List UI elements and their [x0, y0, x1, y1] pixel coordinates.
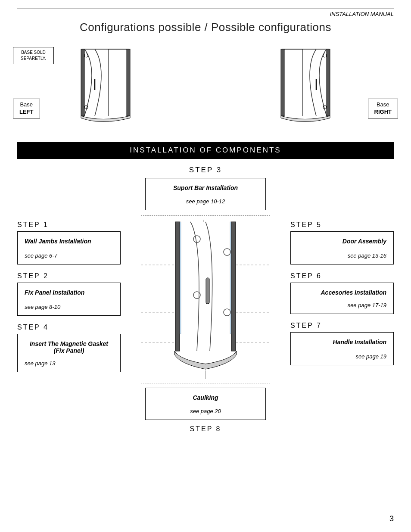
svg-point-24 — [224, 249, 230, 255]
svg-rect-2 — [127, 49, 130, 116]
base-right-box: Base RIGHT — [368, 99, 398, 118]
step4-ref: see page 13 — [25, 360, 113, 367]
installation-banner: INSTALLATION OF COMPONENTS — [17, 142, 394, 159]
right-column: STEP 5 Door Assembly see page 13-16 STEP… — [290, 178, 394, 433]
step2-title: Fix Panel Installation — [25, 289, 113, 296]
svg-rect-19 — [230, 222, 231, 334]
base-left-box: Base LEFT — [13, 99, 40, 118]
base-sold-box: BASE SOLD SEPARETLY. — [13, 47, 54, 64]
configurations-section: BASE SOLD SEPARETLY. Base LEFT — [17, 43, 394, 133]
step7-ref: see page 19 — [298, 353, 386, 360]
svg-rect-10 — [327, 49, 330, 116]
steps-columns: STEP 1 Wall Jambs Installation see page … — [17, 178, 394, 433]
step5-title: Door Assembly — [298, 238, 386, 245]
header-row: INSTALLATION MANUAL — [17, 11, 394, 17]
svg-point-7 — [84, 106, 88, 109]
page-title: Configurations possible / Possible confi… — [17, 21, 394, 34]
dashed-divider-1 — [141, 215, 270, 216]
step2-label: STEP 2 — [17, 272, 121, 280]
steps-section: STEP 3 STEP 1 Wall Jambs Installation se… — [17, 166, 394, 433]
step1-box: Wall Jambs Installation see page 6-7 — [17, 231, 121, 264]
step6-box: Accesories Installation see page 17-19 — [290, 283, 394, 314]
svg-point-14 — [323, 54, 327, 57]
svg-rect-9 — [281, 49, 284, 116]
step7-box: Handle Installation see page 19 — [290, 332, 394, 365]
step1-label: STEP 1 — [17, 221, 121, 229]
step3-label: STEP 3 — [17, 166, 394, 174]
svg-point-15 — [323, 106, 327, 109]
step6-title: Accesories Installation — [298, 289, 386, 296]
installation-manual-label: INSTALLATION MANUAL — [330, 11, 394, 17]
step8-label: STEP 8 — [190, 425, 221, 433]
step1-ref: see page 6-7 — [25, 252, 113, 259]
page: INSTALLATION MANUAL Configurations possi… — [0, 0, 411, 532]
step2-box: Fix Panel Installation see page 8-10 — [17, 283, 121, 316]
step4-title: Insert The Magnetic Gasket (Fix Panel) — [25, 340, 113, 354]
svg-point-6 — [84, 54, 88, 57]
step8-ref: see page 20 — [154, 408, 257, 414]
step5-ref: see page 13-16 — [298, 252, 386, 259]
step4-label: STEP 4 — [17, 324, 121, 331]
svg-rect-18 — [180, 222, 181, 334]
header-line — [17, 9, 394, 9]
svg-rect-17 — [231, 222, 236, 351]
center-column: Suport Bar Installation see page 10-12 — [125, 178, 286, 433]
step4-box: Insert The Magnetic Gasket (Fix Panel) s… — [17, 334, 121, 372]
step3-title: Suport Bar Installation — [154, 184, 257, 191]
svg-rect-21 — [206, 278, 209, 304]
step5-box: Door Assembly see page 13-16 — [290, 231, 394, 264]
step8-title: Caulking — [154, 394, 257, 401]
svg-point-25 — [224, 309, 230, 316]
step8-box: Caulking see page 20 — [145, 388, 266, 420]
shower-installation-diagram — [141, 218, 270, 381]
svg-point-22 — [193, 236, 200, 243]
svg-rect-16 — [175, 222, 180, 351]
left-door-area: BASE SOLD SEPARETLY. Base LEFT — [60, 43, 142, 131]
svg-rect-1 — [81, 49, 84, 116]
step3-ref: see page 10-12 — [154, 198, 257, 205]
left-column: STEP 1 Wall Jambs Installation see page … — [17, 178, 121, 433]
step7-label: STEP 7 — [290, 322, 394, 330]
page-number: 3 — [389, 514, 394, 523]
step7-title: Handle Installation — [298, 339, 386, 345]
left-door-diagram — [60, 43, 142, 129]
step1-title: Wall Jambs Installation — [25, 238, 113, 245]
right-door-area: Base RIGHT — [269, 43, 351, 131]
dashed-divider-2 — [141, 383, 270, 383]
step3-box: Suport Bar Installation see page 10-12 — [145, 178, 266, 210]
step5-label: STEP 5 — [290, 221, 394, 229]
step6-ref: see page 17-19 — [298, 302, 386, 308]
right-door-diagram — [269, 43, 351, 129]
step6-label: STEP 6 — [290, 272, 394, 280]
step2-ref: see page 8-10 — [25, 304, 113, 310]
